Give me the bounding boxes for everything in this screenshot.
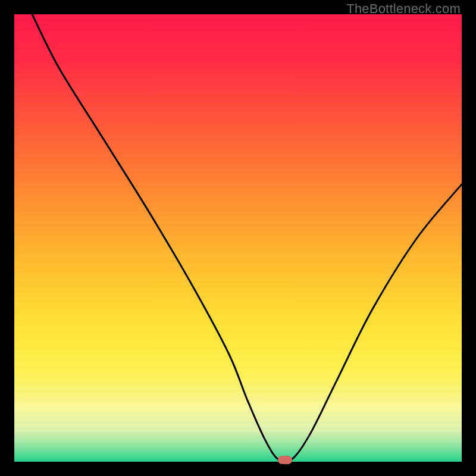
watermark-text: TheBottleneck.com (346, 1, 461, 17)
chart-frame (14, 14, 462, 462)
bottleneck-curve (32, 14, 462, 462)
optimal-marker (278, 456, 292, 464)
curve-layer (14, 14, 462, 462)
